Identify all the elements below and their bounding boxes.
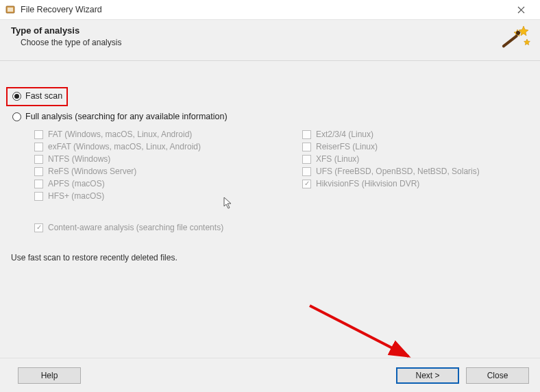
checkbox-icon [34,192,43,201]
fs-col-right: Ext2/3/4 (Linux) ReiserFS (Linux) XFS (L… [261,127,529,204]
page-subtitle: Choose the type of analysis [21,38,529,47]
checkbox-icon [34,223,43,232]
wizard-wand-icon [499,23,530,54]
radio-icon [12,92,21,101]
chk-ntfs[interactable]: NTFS (Windows) [34,154,261,164]
svg-rect-1 [8,8,13,12]
chk-content-aware[interactable]: Content-aware analysis (searching file c… [34,223,529,232]
radio-full-analysis[interactable]: Full analysis (searching for any availab… [12,112,529,121]
radio-label-fast-scan: Fast scan [25,91,62,101]
chk-hfsplus[interactable]: HFS+ (macOS) [34,191,261,201]
checkbox-icon [34,155,43,164]
titlebar: File Recovery Wizard [0,0,540,20]
close-button[interactable]: Close [466,367,529,384]
fs-col-left: FAT (Windows, macOS, Linux, Android) exF… [34,127,261,204]
chk-ufs[interactable]: UFS (FreeBSD, OpenBSD, NetBSD, Solaris) [302,167,529,176]
checkbox-icon [302,155,311,164]
chk-exfat[interactable]: exFAT (Windows, macOS, Linux, Android) [34,142,261,151]
radio-label-full-analysis: Full analysis (searching for any availab… [25,112,228,121]
hint-text: Use fast scan to restore recently delete… [11,253,529,262]
checkbox-icon [302,180,311,188]
radio-icon [12,112,21,121]
checkbox-icon [34,167,43,176]
checkbox-icon [302,143,311,151]
chk-reiserfs[interactable]: ReiserFS (Linux) [302,142,529,151]
filesystem-options: FAT (Windows, macOS, Linux, Android) exF… [34,127,529,204]
help-button[interactable]: Help [18,367,81,384]
chk-refs[interactable]: ReFS (Windows Server) [34,167,261,176]
chk-xfs[interactable]: XFS (Linux) [302,154,529,164]
radio-fast-scan[interactable]: Fast scan [12,91,529,101]
next-button[interactable]: Next > [396,367,459,384]
chk-ext[interactable]: Ext2/3/4 (Linux) [302,130,529,139]
wizard-header: Type of analysis Choose the type of anal… [0,20,540,61]
svg-point-8 [516,31,520,35]
chk-hikvisionfs[interactable]: HikvisionFS (Hikvision DVR) [302,179,529,188]
wizard-content: Fast scan Full analysis (searching for a… [0,61,540,358]
page-title: Type of analysis [11,25,529,36]
close-icon [517,6,525,14]
window-title: File Recovery Wizard [21,5,507,14]
close-window-button[interactable] [507,0,535,20]
svg-rect-7 [502,34,519,48]
checkbox-icon [34,180,43,188]
chk-apfs[interactable]: APFS (macOS) [34,179,261,188]
checkbox-icon [302,167,311,176]
svg-marker-4 [519,26,528,36]
checkbox-icon [302,130,311,139]
checkbox-icon [34,143,43,151]
svg-marker-6 [524,39,530,45]
wizard-footer: Help Next > Close [0,358,540,392]
app-icon [5,4,16,15]
checkbox-icon [34,130,43,139]
chk-fat[interactable]: FAT (Windows, macOS, Linux, Android) [34,130,261,139]
